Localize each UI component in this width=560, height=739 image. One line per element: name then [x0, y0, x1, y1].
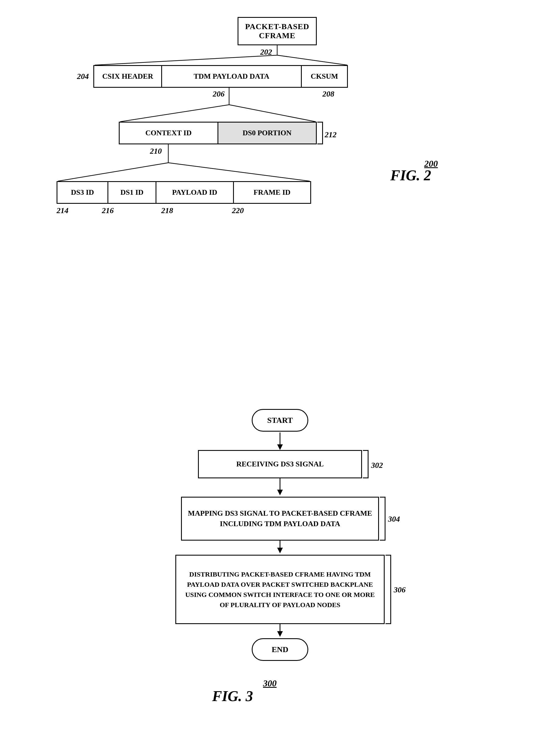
ref-304: 304 [388, 514, 400, 524]
step1-label: RECEIVING DS3 SIGNAL [236, 460, 324, 468]
ref-200: 200 [424, 158, 438, 169]
step1-box: RECEIVING DS3 SIGNAL [198, 450, 362, 478]
ck-label: CKSUM [311, 72, 338, 81]
svg-line-8 [168, 163, 310, 181]
end-label: END [271, 645, 288, 654]
row2-bracket [317, 122, 323, 144]
context-id-cell: CONTEXT ID [120, 123, 218, 144]
step3-bracket [385, 555, 391, 624]
step2-box: MAPPING DS3 SIGNAL TO PACKET-BASED CFRAM… [181, 497, 379, 541]
cksum-cell: CKSUM [302, 66, 347, 87]
ref-212: 212 [325, 130, 337, 139]
payload-id-cell: PAYLOAD ID [156, 182, 234, 203]
fig3-area: START RECEIVING DS3 SIGNAL 302 MAPPING D… [0, 391, 560, 739]
ref-200-text: 200 [424, 158, 438, 169]
step3-box: DISTRIBUTING PACKET-BASED CFRAME HAVING … [175, 555, 385, 624]
ref-210: 210 [150, 147, 162, 156]
packet-based-cframe-box: PACKET-BASED CFRAME [237, 17, 317, 45]
step2-bracket [380, 497, 385, 541]
fig3-title-text: FIG. 3 [212, 688, 253, 704]
ref-300-text: 300 [263, 678, 276, 688]
svg-marker-16 [277, 631, 283, 637]
step2-label: MAPPING DS3 SIGNAL TO PACKET-BASED CFRAM… [182, 505, 378, 532]
row3-container: DS3 ID DS1 ID PAYLOAD ID FRAME ID [56, 181, 311, 204]
step3-label: DISTRIBUTING PACKET-BASED CFRAME HAVING … [176, 565, 384, 614]
ref-306: 306 [394, 585, 406, 594]
ds0-portion-cell: DS0 PORTION [218, 123, 316, 144]
csix-header-cell: CSIX HEADER [94, 66, 162, 87]
svg-marker-10 [277, 444, 283, 450]
fig3-title: FIG. 3 [212, 688, 253, 705]
svg-line-7 [58, 163, 168, 181]
svg-marker-12 [277, 490, 283, 495]
ds3-id-cell: DS3 ID [57, 182, 108, 203]
svg-line-4 [120, 105, 229, 122]
frame-id-cell: FRAME ID [234, 182, 311, 203]
diagram-container: PACKET-BASED CFRAME 202 204 CSIX HEADER … [0, 0, 560, 739]
svg-marker-14 [277, 548, 283, 553]
ref-214: 214 [56, 206, 68, 215]
ref-216: 216 [102, 206, 114, 215]
tdm-payload-cell: TDM PAYLOAD DATA [162, 66, 302, 87]
frame-label: FRAME ID [253, 188, 291, 197]
tdm-label: TDM PAYLOAD DATA [194, 72, 269, 81]
csix-label: CSIX HEADER [103, 72, 153, 81]
ref-204: 204 [77, 72, 89, 81]
ref-300: 300 [263, 678, 276, 689]
ds1-label: DS1 ID [121, 188, 144, 197]
svg-line-1 [95, 55, 277, 65]
pbc-label: PACKET-BASED CFRAME [238, 22, 316, 40]
start-oval: START [252, 409, 308, 432]
fig2-title-text: FIG. 2 [390, 167, 431, 183]
fig2-title: FIG. 2 [390, 167, 431, 184]
row2-container: CONTEXT ID DS0 PORTION [119, 122, 317, 144]
step1-bracket [363, 450, 369, 478]
ds3-label: DS3 ID [71, 188, 94, 197]
ds0-label: DS0 PORTION [243, 129, 292, 137]
payload-label: PAYLOAD ID [172, 188, 217, 197]
start-label: START [267, 416, 293, 425]
svg-line-5 [229, 105, 316, 122]
end-oval: END [252, 638, 308, 661]
ref-202: 202 [260, 47, 272, 56]
ctx-label: CONTEXT ID [145, 129, 192, 137]
ref-220: 220 [232, 206, 244, 215]
ref-302: 302 [371, 461, 383, 470]
ref-218: 218 [161, 206, 173, 215]
svg-line-2 [277, 55, 347, 65]
ref-208: 208 [323, 90, 334, 99]
row1-container: CSIX HEADER TDM PAYLOAD DATA CKSUM [94, 65, 348, 88]
ref-206: 206 [213, 90, 224, 99]
ds1-id-cell: DS1 ID [108, 182, 156, 203]
